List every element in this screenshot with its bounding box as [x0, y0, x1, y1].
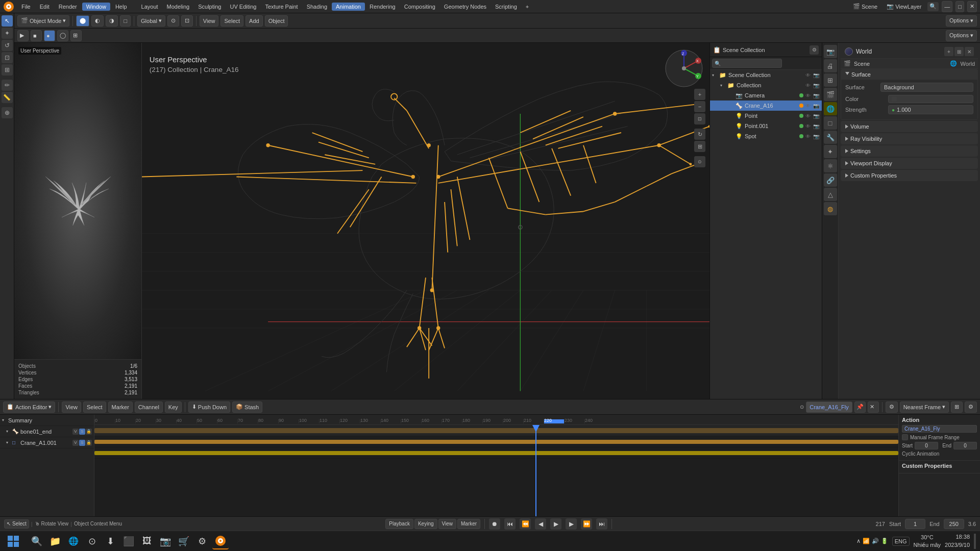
- props-tab-scene[interactable]: 🎬: [824, 88, 837, 101]
- options-btn-2[interactable]: Options ▾: [946, 30, 977, 41]
- record-btn[interactable]: ⏺: [489, 518, 500, 530]
- tree-collection[interactable]: ▾ 📁 Collection 👁 📷: [710, 80, 822, 90]
- pt001-eye[interactable]: 👁: [804, 123, 812, 129]
- view-shading-rendered[interactable]: ◑: [106, 15, 118, 27]
- pt-eye[interactable]: 👁: [804, 113, 812, 119]
- world-new-btn[interactable]: +: [944, 47, 953, 56]
- props-tab-world[interactable]: 🌐: [824, 102, 837, 115]
- menu-edit[interactable]: Edit: [36, 3, 54, 11]
- select-menu[interactable]: Select: [220, 15, 243, 27]
- viewport-overlays[interactable]: ⊙: [167, 15, 179, 27]
- ws-compositing[interactable]: Compositing: [400, 3, 439, 11]
- props-tab-output[interactable]: 🖨: [824, 59, 837, 72]
- props-tab-particles[interactable]: ✦: [824, 145, 837, 158]
- tl-settings-btn[interactable]: ⚙: [965, 402, 977, 413]
- tl-marker-menu[interactable]: Marker: [108, 402, 133, 413]
- menu-file[interactable]: File: [17, 3, 35, 11]
- ws-sculpting[interactable]: Sculpting: [194, 3, 225, 11]
- taskbar-file-explorer[interactable]: 📁: [47, 533, 63, 549]
- manual-frame-checkbox[interactable]: [902, 434, 908, 440]
- view-dropdown[interactable]: View: [438, 519, 457, 529]
- ws-add[interactable]: +: [522, 3, 533, 11]
- vp-tool3[interactable]: ●: [44, 30, 55, 41]
- language-indicator[interactable]: ENG: [892, 537, 910, 546]
- props-tab-modifier[interactable]: 🔧: [824, 131, 837, 144]
- skip-start-btn[interactable]: ⏮: [504, 518, 516, 530]
- taskbar-settings[interactable]: ⚙: [194, 533, 210, 549]
- vp-zoom-out[interactable]: −: [694, 101, 705, 112]
- taskbar-blender[interactable]: [212, 533, 229, 549]
- start-frame-input[interactable]: [905, 519, 925, 529]
- strength-value[interactable]: ● 1.000: [888, 105, 973, 114]
- viewport-display-header[interactable]: Viewport Display: [841, 158, 977, 168]
- add-menu[interactable]: Add: [246, 15, 263, 27]
- tl-crane-row[interactable]: ▾ □ Crane_A1.001 V S 🔒: [0, 437, 94, 448]
- bone-vis-icon[interactable]: V: [72, 429, 79, 435]
- xray-toggle[interactable]: ⊡: [181, 15, 193, 27]
- view-shading-material[interactable]: ◐: [91, 15, 104, 27]
- spot-eye[interactable]: 👁: [804, 134, 812, 139]
- vp-tool4[interactable]: ◯: [57, 30, 68, 41]
- keying-dropdown[interactable]: Keying: [414, 519, 437, 529]
- spot-render[interactable]: 📷: [813, 134, 820, 139]
- taskbar-photos[interactable]: 🖼: [139, 533, 155, 549]
- view-shading-wire[interactable]: □: [120, 15, 131, 27]
- tray-expand[interactable]: ∧: [856, 538, 861, 544]
- prev-frame-btn[interactable]: ⏪: [520, 518, 531, 530]
- tl-frame-interp[interactable]: Nearest Frame ▾: [900, 402, 949, 413]
- props-tab-physics[interactable]: ⚛: [824, 159, 837, 172]
- view-shading-solid[interactable]: ⬤: [76, 15, 89, 27]
- tl-view-menu[interactable]: View: [62, 402, 81, 413]
- cam-eye[interactable]: 👁: [804, 93, 812, 98]
- ws-animation[interactable]: Animation: [332, 3, 365, 11]
- ws-texture[interactable]: Texture Paint: [261, 3, 302, 11]
- props-tab-render[interactable]: 📷: [824, 45, 837, 58]
- tool-select[interactable]: ↖: [2, 15, 13, 27]
- stash-btn[interactable]: 📦 Stash: [232, 402, 262, 413]
- vp-perspective[interactable]: ⊞: [694, 141, 705, 152]
- select-mode-btn[interactable]: ↖ Select: [4, 519, 29, 529]
- pt-render[interactable]: 📷: [813, 113, 820, 119]
- volume-header[interactable]: Volume: [841, 121, 977, 132]
- next-frame-btn[interactable]: ⏩: [581, 518, 592, 530]
- tool-scale[interactable]: ⊡: [2, 52, 13, 63]
- taskbar-chrome[interactable]: ⊙: [84, 533, 100, 549]
- taskbar-search[interactable]: 🔍: [29, 533, 45, 549]
- push-down-btn[interactable]: ⬇ Push Down: [188, 402, 230, 413]
- tool-rotate[interactable]: ↺: [2, 40, 13, 51]
- crane-sel-icon[interactable]: S: [79, 440, 85, 446]
- crane-vis-icon[interactable]: V: [72, 440, 79, 446]
- global-local[interactable]: Global ▾: [137, 15, 165, 27]
- tl-filter-btn[interactable]: ⚙: [886, 402, 898, 413]
- start-value[interactable]: 0: [915, 442, 938, 449]
- taskbar-terminal[interactable]: ⬛: [120, 533, 137, 549]
- tree-scene-collection[interactable]: ▾ 📁 Scene Collection 👁 📷: [710, 70, 822, 80]
- props-tab-object[interactable]: □: [824, 116, 837, 130]
- menu-render[interactable]: Render: [55, 3, 81, 11]
- tool-measure[interactable]: 📏: [2, 92, 13, 103]
- vp-tool1[interactable]: ▶: [17, 30, 29, 41]
- show-desktop-btn[interactable]: [974, 534, 976, 549]
- props-tab-constraints[interactable]: 🔗: [824, 173, 837, 187]
- options-btn[interactable]: Options ▾: [946, 15, 977, 27]
- outliner-filter[interactable]: ⚙: [810, 45, 819, 55]
- taskbar-edge[interactable]: 🌐: [65, 533, 82, 549]
- coll-eye[interactable]: 👁: [804, 83, 812, 88]
- end-value[interactable]: 0: [953, 442, 977, 449]
- main-3d-viewport[interactable]: .grid-line { stroke: #2a2a2a; stroke-wid…: [142, 43, 709, 399]
- cam-render[interactable]: 📷: [813, 93, 820, 98]
- crane-eye[interactable]: 👁: [804, 103, 812, 109]
- world-unlink-btn[interactable]: ✕: [965, 47, 974, 56]
- tl-bone01-row[interactable]: ▾ 🦴 bone01_end V S 🔒: [0, 426, 94, 437]
- ray-visibility-header[interactable]: Ray Visibility: [841, 134, 977, 144]
- view-menu[interactable]: View: [200, 15, 219, 27]
- color-value[interactable]: [888, 95, 973, 103]
- surface-header[interactable]: Surface: [841, 69, 977, 80]
- ws-layout[interactable]: Layout: [137, 3, 162, 11]
- settings-header[interactable]: Settings: [841, 146, 977, 156]
- search-btn[interactable]: 🔍: [927, 2, 939, 11]
- tl-snap-btn[interactable]: ⊞: [951, 402, 963, 413]
- crane-render[interactable]: 📷: [813, 103, 820, 109]
- menu-window[interactable]: Window: [82, 3, 110, 11]
- render-icon[interactable]: 📷: [813, 72, 820, 78]
